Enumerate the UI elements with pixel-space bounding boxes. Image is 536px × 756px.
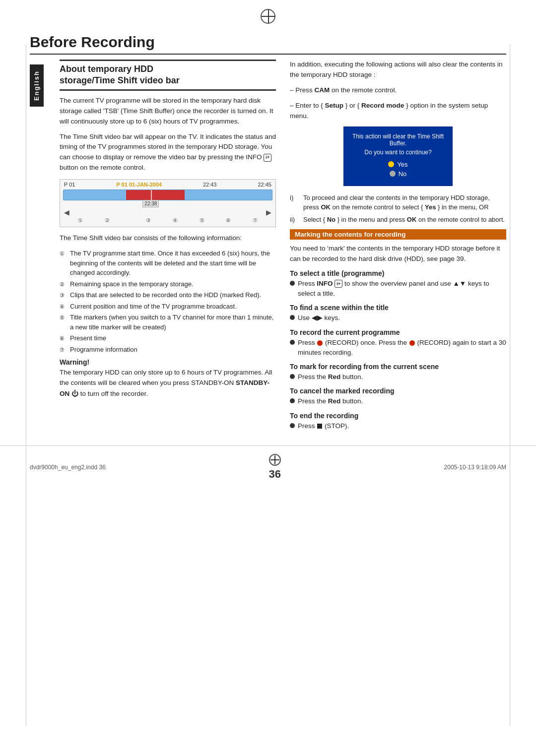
info-list: ① The TV programme start time. Once it h…: [60, 249, 276, 354]
para1: The current TV programme will be stored …: [60, 96, 276, 127]
sub6-bullet: Press (STOP).: [290, 421, 506, 431]
bullet-dot-icon: [290, 281, 295, 286]
sub5-bullet: Press the Red button.: [290, 396, 506, 406]
sub1-heading: To select a title (programme): [290, 269, 506, 277]
sub4-heading: To mark for recording from the current s…: [290, 363, 506, 371]
footer-compass-icon: [269, 454, 281, 466]
para2: The Time Shift video bar will appear on …: [60, 132, 276, 174]
arrow-left-icon: ◀: [64, 208, 69, 216]
roman-list: i) To proceed and clear the contents in …: [290, 193, 506, 225]
sub3-bullet: Press (RECORD) once. Press the (RECORD) …: [290, 338, 506, 358]
list-item: ⑥ Present time: [60, 333, 276, 343]
sidebar-tab: English: [30, 64, 45, 434]
video-bar-track: [63, 189, 272, 200]
bullet-dot-icon-3: [290, 340, 295, 345]
yes-label: Yes: [397, 161, 407, 168]
record-icon-2: [409, 340, 415, 346]
info-icon: i+: [264, 154, 271, 162]
list-item-ii: ii) Select { No } in the menu and press …: [290, 215, 506, 225]
dialog-box: This action will clear the Time Shift Bu…: [343, 126, 453, 186]
dialog-option-yes: Yes: [388, 161, 407, 168]
record-icon: [317, 340, 323, 346]
sub2-heading: To find a scene within the title: [290, 304, 506, 312]
right-intro: In addition, executing the following act…: [290, 60, 506, 80]
bullet-dot-icon-6: [290, 423, 295, 428]
dialog-title: This action will clear the Time Shift Bu…: [352, 133, 444, 147]
stop-icon: [317, 424, 322, 429]
page-number: 36: [268, 468, 280, 481]
sub4-bullet: Press the Red button.: [290, 372, 506, 382]
cam-bullet: – Press CAM on the remote control.: [290, 85, 506, 96]
left-column: About temporary HDD storage/Time Shift v…: [60, 60, 276, 434]
sub1-bullet: Press INFO i+ to show the overview panel…: [290, 279, 506, 299]
video-bar: P 01 P 01 01-JAN-2004 22:43 22:45 22:38 …: [60, 179, 276, 227]
marking-heading: Marking the contents for recording: [290, 229, 506, 240]
marking-intro: You need to 'mark' the contents in the t…: [290, 244, 506, 264]
top-compass-icon: [0, 0, 536, 29]
bullet-dot-icon-2: [290, 315, 295, 320]
video-bar-position-label: 22:38: [142, 200, 159, 207]
section-heading: About temporary HDD storage/Time Shift v…: [60, 60, 276, 91]
right-column: In addition, executing the following act…: [290, 60, 506, 434]
setup-bullet: – Enter to { Setup } or { Record mode } …: [290, 101, 506, 122]
info-icon-2: i+: [335, 280, 342, 288]
list-item: ⑦ Programme information: [60, 345, 276, 355]
list-item: ③ Clips that are selected to be recorded…: [60, 290, 276, 300]
warning-text: The temporary HDD can only store up to 6…: [60, 368, 276, 399]
page-title-section: Before Recording: [0, 29, 536, 55]
sub3-heading: To record the current programme: [290, 328, 506, 336]
yellow-dot-icon: [388, 161, 394, 167]
para3: The Time Shift video bar consists of the…: [60, 233, 276, 244]
warning-title: Warning!: [60, 358, 276, 366]
sub2-bullet: Use ◀▶ keys.: [290, 313, 506, 323]
video-bar-marker: [151, 190, 152, 200]
video-bar-numbers: ① ② ③ ④ ⑤ ⑥ ⑦: [63, 217, 272, 224]
page-footer: dvdr9000h_eu_eng2.indd 36 36 2005-10-13 …: [0, 445, 536, 486]
list-item: ② Remaining space in the temporary stora…: [60, 279, 276, 289]
language-label: English: [30, 64, 44, 107]
video-bar-arrows: ◀ ▶: [63, 208, 272, 216]
video-bar-red-segment: [126, 190, 185, 200]
list-item-i: i) To proceed and clear the contents in …: [290, 193, 506, 212]
page-title: Before Recording: [30, 34, 506, 55]
warning-section: Warning! The temporary HDD can only stor…: [60, 358, 276, 399]
grey-dot-icon: [390, 171, 396, 177]
list-item: ① The TV programme start time. Once it h…: [60, 249, 276, 278]
dialog-question: Do you want to continue?: [352, 149, 444, 156]
footer-date: 2005-10-13 9:18:09 AM: [444, 464, 506, 471]
footer-file: dvdr9000h_eu_eng2.indd 36: [30, 464, 106, 471]
arrow-right-icon: ▶: [266, 208, 271, 216]
dialog-option-no: No: [390, 170, 407, 178]
bullet-dot-icon-5: [290, 398, 295, 403]
sub5-heading: To cancel the marked recording: [290, 387, 506, 395]
sub6-heading: To end the recording: [290, 412, 506, 420]
list-item: ④ Current position and time of the TV pr…: [60, 302, 276, 312]
no-label: No: [399, 170, 407, 178]
bullet-dot-icon-4: [290, 374, 295, 379]
list-item: ⑤ Title markers (when you switch to a TV…: [60, 313, 276, 332]
